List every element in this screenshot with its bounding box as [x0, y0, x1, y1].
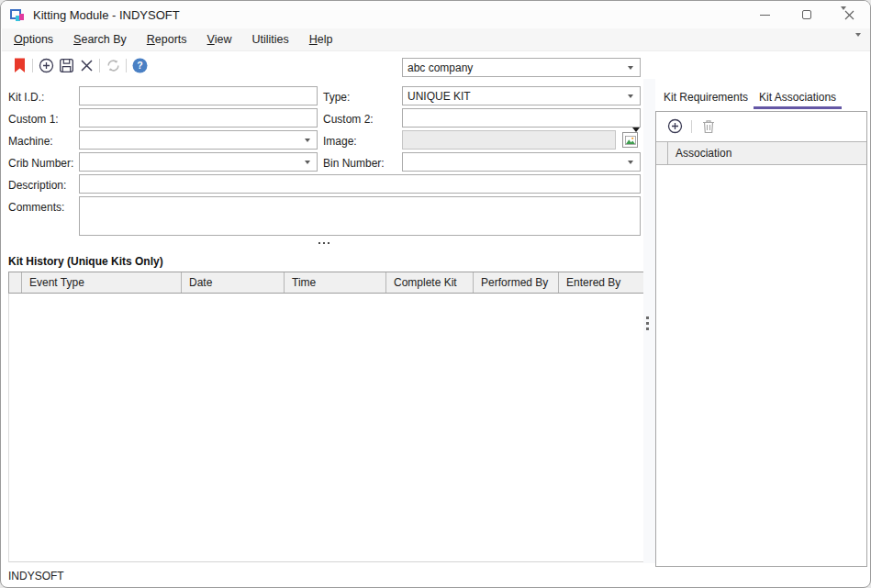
delete-x-icon — [80, 59, 94, 72]
statusbar-text: INDYSOFT — [8, 570, 64, 582]
tab-kit-associations[interactable]: Kit Associations — [754, 87, 842, 109]
save-button[interactable] — [56, 54, 76, 76]
column-header-event-type[interactable]: Event Type — [22, 272, 182, 293]
toolbar-overflow-chevron-icon[interactable] — [841, 10, 849, 23]
row-selector-header — [9, 272, 22, 293]
right-panel-tabs: Kit Requirements Kit Associations — [658, 87, 842, 109]
custom1-label: Custom 1: — [8, 113, 59, 126]
custom2-label: Custom 2: — [323, 113, 374, 126]
kit-associations-panel: Association — [655, 111, 867, 567]
bin-number-combobox[interactable] — [402, 152, 641, 172]
company-combobox[interactable]: abc company — [402, 58, 641, 77]
menu-utilities[interactable]: Utilities — [241, 28, 298, 50]
kit-history-grid-body[interactable] — [8, 294, 644, 562]
bin-number-label: Bin Number: — [323, 157, 385, 170]
image-picker-button[interactable] — [622, 132, 638, 148]
chevron-down-icon — [628, 161, 633, 164]
app-icon — [10, 7, 25, 22]
comments-label: Comments: — [8, 201, 64, 214]
chevron-down-icon — [628, 66, 633, 70]
svg-text:?: ? — [137, 60, 142, 71]
toolbar-separator — [126, 59, 127, 72]
row-selector-header — [656, 142, 668, 164]
comments-textarea[interactable] — [79, 196, 641, 236]
column-header-entered-by[interactable]: Entered By — [559, 272, 643, 293]
column-header-time[interactable]: Time — [285, 272, 386, 293]
bookmark-button[interactable] — [9, 54, 29, 76]
minimize-icon — [760, 15, 770, 16]
machine-combobox[interactable] — [79, 130, 318, 150]
add-circle-icon — [667, 118, 683, 134]
type-label: Type: — [323, 91, 350, 104]
description-input[interactable] — [79, 174, 641, 194]
column-header-association[interactable]: Association — [668, 142, 731, 164]
menu-help[interactable]: Help — [299, 28, 343, 50]
menu-options[interactable]: Options — [4, 28, 63, 50]
crib-number-combobox[interactable] — [79, 152, 318, 172]
column-header-date[interactable]: Date — [182, 272, 285, 293]
titlebar: Kitting Module - INDYSOFT — [1, 1, 870, 28]
help-icon: ? — [132, 58, 148, 73]
bookmark-icon — [14, 58, 26, 73]
image-picker-dropdown-icon[interactable] — [632, 128, 640, 132]
description-label: Description: — [8, 179, 66, 192]
associations-toolbar — [656, 112, 866, 140]
toolbar-separator — [691, 120, 692, 133]
close-button[interactable] — [828, 1, 870, 28]
window-title: Kitting Module - INDYSOFT — [33, 8, 180, 22]
add-association-button[interactable] — [664, 116, 685, 138]
delete-button[interactable] — [76, 54, 96, 76]
machine-label: Machine: — [8, 135, 53, 148]
vertical-splitter[interactable] — [643, 79, 655, 563]
tab-kit-requirements[interactable]: Kit Requirements — [658, 87, 754, 109]
chevron-down-icon — [305, 139, 310, 142]
refresh-button[interactable] — [103, 54, 123, 76]
image-label: Image: — [323, 135, 357, 148]
menubar: Options Search By Reports View Utilities… — [2, 28, 871, 51]
kit-id-label: Kit I.D.: — [8, 91, 44, 104]
vertical-splitter-handle[interactable] — [646, 316, 649, 330]
minimize-button[interactable] — [743, 1, 786, 28]
horizontal-splitter-handle[interactable] — [318, 242, 329, 244]
delete-association-button[interactable] — [698, 116, 719, 138]
kit-history-header-row: Event Type Date Time Complete Kit Perfor… — [8, 272, 644, 294]
column-header-complete-kit[interactable]: Complete Kit — [386, 272, 474, 293]
custom1-input[interactable] — [79, 108, 318, 128]
image-input — [402, 130, 616, 150]
add-circle-icon — [39, 58, 54, 73]
kit-id-input[interactable] — [79, 86, 318, 105]
refresh-icon — [106, 58, 121, 73]
column-header-performed-by[interactable]: Performed By — [474, 272, 559, 293]
kit-history-title: Kit History (Unique Kits Only) — [8, 255, 163, 268]
chevron-down-icon — [628, 94, 633, 98]
maximize-icon — [802, 10, 811, 19]
toolbar-separator — [99, 59, 100, 72]
app-window: Kitting Module - INDYSOFT Options Search… — [0, 0, 871, 588]
help-button[interactable]: ? — [129, 54, 150, 76]
type-combobox-value: UNIQUE KIT — [408, 90, 471, 103]
menu-view[interactable]: View — [197, 28, 242, 50]
picture-icon — [625, 136, 636, 145]
menu-search-by[interactable]: Search By — [63, 28, 137, 50]
menu-overflow-chevron-icon[interactable] — [855, 37, 864, 50]
type-combobox[interactable]: UNIQUE KIT — [402, 86, 641, 105]
add-button[interactable] — [36, 54, 56, 76]
toolbar-separator — [32, 59, 33, 72]
crib-number-label: Crib Number: — [8, 157, 73, 170]
associations-header-row: Association — [656, 141, 866, 165]
trash-icon — [702, 119, 715, 134]
company-combobox-value: abc company — [408, 61, 473, 74]
save-icon — [59, 58, 74, 73]
custom2-input[interactable] — [402, 108, 641, 128]
maximize-button[interactable] — [786, 1, 828, 28]
menu-reports[interactable]: Reports — [137, 28, 197, 50]
chevron-down-icon — [305, 161, 310, 164]
